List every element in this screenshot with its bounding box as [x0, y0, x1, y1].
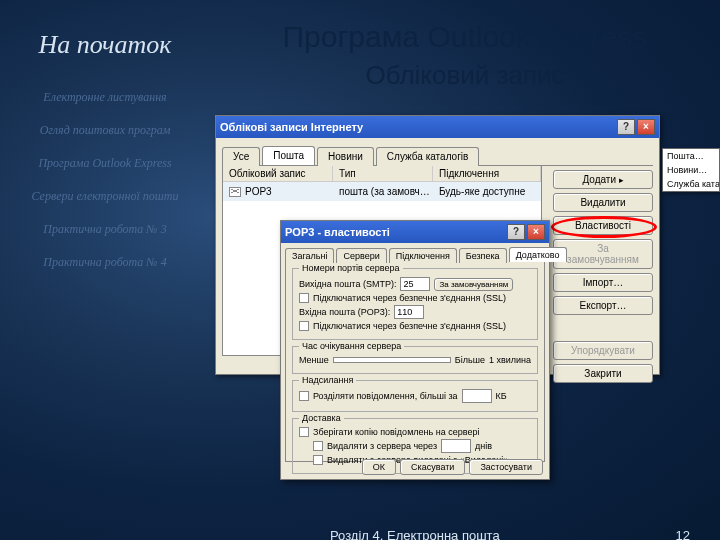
smtp-label: Вихідна пошта (SMTP): [299, 279, 396, 289]
tab-mail[interactable]: Пошта [262, 146, 315, 165]
group-ports-title: Номери портів сервера [299, 263, 403, 273]
split-checkbox[interactable] [299, 391, 309, 401]
remove-after-label: Видаляти з сервера через [327, 441, 437, 451]
pop3-port-input[interactable] [394, 305, 424, 319]
sidebar-item-3[interactable]: Сервери електронної пошти [10, 189, 200, 204]
timeout-value: 1 хвилина [489, 355, 531, 365]
pop3-ssl-label: Підключатися через безпечне з'єднання (S… [313, 321, 506, 331]
tab-news[interactable]: Новини [317, 147, 374, 166]
smtp-ssl-checkbox[interactable] [299, 293, 309, 303]
kb-label: КБ [496, 391, 507, 401]
page-subtitle: Обліковий запис [220, 60, 710, 91]
footer-text: Розділ 4. Електронна пошта [330, 528, 500, 540]
days-label: днів [475, 441, 492, 451]
reset-ports-button[interactable]: За замовчуванням [434, 278, 513, 291]
col-type[interactable]: Тип [333, 166, 433, 181]
list-header: Обліковий запис Тип Підключення [223, 166, 541, 182]
smtp-ssl-label: Підключатися через безпечне з'єднання (S… [313, 293, 506, 303]
cell-name: POP3 [245, 186, 339, 197]
timeout-long: Більше [455, 355, 485, 365]
tab-advanced[interactable]: Додатково [509, 247, 567, 262]
add-button[interactable]: Додати [553, 170, 653, 189]
sidebar-item-1[interactable]: Огляд поштових програм [10, 123, 200, 138]
split-size-input[interactable] [462, 389, 492, 403]
sidebar-item-4[interactable]: Практична робота № 3 [10, 222, 200, 237]
ok-button[interactable]: ОК [362, 459, 396, 475]
dropdown-news[interactable]: Новини… [663, 163, 719, 177]
group-send-title: Надсилання [299, 375, 356, 385]
cancel-button[interactable]: Скасувати [400, 459, 465, 475]
tab-servers[interactable]: Сервери [336, 248, 386, 263]
group-ports: Номери портів сервера Вихідна пошта (SMT… [292, 268, 538, 340]
props-title: POP3 - властивості [285, 226, 390, 238]
properties-button[interactable]: Властивості [553, 216, 653, 235]
smtp-port-input[interactable] [400, 277, 430, 291]
cell-conn: Будь-яке доступне [439, 186, 525, 197]
remove-deleted-checkbox[interactable] [313, 455, 323, 465]
sidebar-item-5[interactable]: Практична робота № 4 [10, 255, 200, 270]
sidebar-title: На початок [10, 30, 200, 60]
group-timeout: Час очікування сервера Менше Більше 1 хв… [292, 346, 538, 374]
import-button[interactable]: Імпорт… [553, 273, 653, 292]
list-item[interactable]: POP3 пошта (за замовч… Будь-яке доступне [223, 182, 541, 201]
close-icon[interactable]: × [527, 224, 545, 240]
order-button: Упорядкувати [553, 341, 653, 360]
footer-page: 12 [676, 528, 690, 540]
close-button[interactable]: Закрити [553, 364, 653, 383]
pop3-label: Вхідна пошта (POP3): [299, 307, 390, 317]
add-dropdown: Пошта… Новини… Служба каталогів… [662, 148, 720, 192]
properties-dialog: POP3 - властивості ? × Загальні Сервери … [280, 220, 550, 480]
dropdown-directory[interactable]: Служба каталогів… [663, 177, 719, 191]
export-button[interactable]: Експорт… [553, 296, 653, 315]
remove-after-checkbox[interactable] [313, 441, 323, 451]
split-label: Розділяти повідомлення, більші за [313, 391, 458, 401]
props-titlebar[interactable]: POP3 - властивості ? × [281, 221, 549, 243]
group-delivery-title: Доставка [299, 413, 344, 423]
help-icon[interactable]: ? [507, 224, 525, 240]
accounts-tabs: Усе Пошта Новини Служба каталогів [222, 146, 653, 166]
timeout-slider[interactable] [333, 357, 451, 363]
mail-icon [229, 187, 241, 197]
cell-type: пошта (за замовч… [339, 186, 439, 197]
accounts-title: Облікові записи Інтернету [220, 121, 363, 133]
sidebar-item-2[interactable]: Програма Outlook Express [10, 156, 200, 171]
accounts-titlebar[interactable]: Облікові записи Інтернету ? × [216, 116, 659, 138]
remove-days-input[interactable] [441, 439, 471, 453]
col-conn[interactable]: Підключення [433, 166, 541, 181]
dropdown-mail[interactable]: Пошта… [663, 149, 719, 163]
props-tabs: Загальні Сервери Підключення Безпека Дод… [285, 247, 545, 262]
remove-button[interactable]: Видалити [553, 193, 653, 212]
apply-button[interactable]: Застосувати [469, 459, 543, 475]
tab-connection[interactable]: Підключення [389, 248, 457, 263]
tab-general[interactable]: Загальні [285, 248, 334, 263]
page-title: Програма Outlook Express [220, 20, 710, 54]
leave-copy-checkbox[interactable] [299, 427, 309, 437]
sidebar-item-0[interactable]: Електронне листування [10, 90, 200, 105]
timeout-short: Менше [299, 355, 329, 365]
group-send: Надсилання Розділяти повідомлення, більш… [292, 380, 538, 412]
leave-copy-label: Зберігати копію повідомлень на сервері [313, 427, 479, 437]
tab-security[interactable]: Безпека [459, 248, 507, 263]
tab-all[interactable]: Усе [222, 147, 260, 166]
close-icon[interactable]: × [637, 119, 655, 135]
help-icon[interactable]: ? [617, 119, 635, 135]
pop3-ssl-checkbox[interactable] [299, 321, 309, 331]
default-button: За замовчуванням [553, 239, 653, 269]
col-account[interactable]: Обліковий запис [223, 166, 333, 181]
group-timeout-title: Час очікування сервера [299, 341, 404, 351]
tab-directory[interactable]: Служба каталогів [376, 147, 479, 166]
